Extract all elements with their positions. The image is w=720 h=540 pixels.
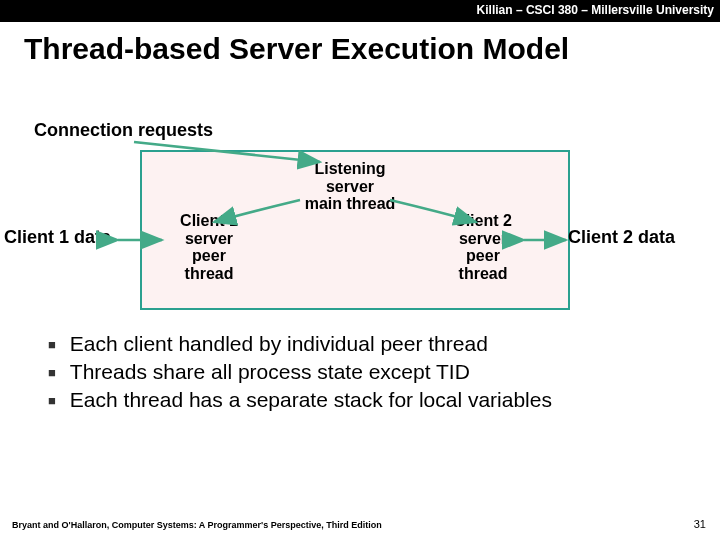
bullet-item: Each client handled by individual peer t…: [48, 330, 688, 358]
client1-data-label: Client 1 data: [4, 227, 111, 248]
slide-title: Thread-based Server Execution Model: [0, 22, 720, 66]
listening-l1: Listening: [314, 160, 385, 177]
listening-thread-label: Listening server main thread: [290, 160, 410, 213]
peer1-l3: peer: [192, 247, 226, 264]
connection-requests-label: Connection requests: [34, 120, 213, 141]
server-process-box: Listening server main thread Client 1 se…: [140, 150, 570, 310]
course-label: Killian – CSCI 380 – Millersville Univer…: [477, 3, 714, 17]
peer2-l4: thread: [459, 265, 508, 282]
peer2-l1: Client 2: [454, 212, 512, 229]
header-bar: Killian – CSCI 380 – Millersville Univer…: [0, 0, 720, 22]
page-number: 31: [694, 518, 706, 530]
peer1-l2: server: [185, 230, 233, 247]
peer1-l4: thread: [185, 265, 234, 282]
peer2-l2: server: [459, 230, 507, 247]
listening-l2: server: [326, 178, 374, 195]
diagram: Connection requests Listening server mai…: [0, 92, 720, 322]
client2-data-label: Client 2 data: [568, 227, 675, 248]
footer-citation: Bryant and O'Hallaron, Computer Systems:…: [12, 520, 382, 530]
peer2-thread-label: Client 2 server peer thread: [438, 212, 528, 282]
bullet-item: Threads share all process state except T…: [48, 358, 688, 386]
listening-l3: main thread: [305, 195, 396, 212]
peer1-thread-label: Client 1 server peer thread: [164, 212, 254, 282]
peer2-l3: peer: [466, 247, 500, 264]
slide: Killian – CSCI 380 – Millersville Univer…: [0, 0, 720, 540]
bullet-item: Each thread has a separate stack for loc…: [48, 386, 688, 414]
bullet-list: Each client handled by individual peer t…: [48, 330, 688, 414]
peer1-l1: Client 1: [180, 212, 238, 229]
